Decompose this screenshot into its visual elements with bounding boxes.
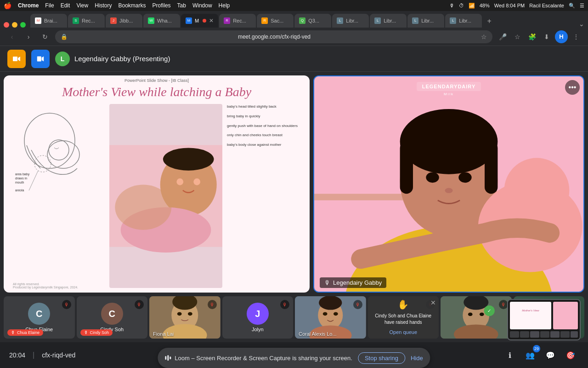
meet-time-display: 20:04 [9, 351, 25, 359]
download-button[interactable]: ⬇ [540, 30, 553, 43]
thumbnail-content: Mother's View [508, 300, 580, 339]
svg-rect-61 [571, 331, 578, 338]
hide-bar-button[interactable]: Hide [411, 355, 423, 362]
meet-header: L Legendairy Gabby (Presenting) [0, 46, 588, 72]
chrome-extension-button[interactable]: 🧩 [526, 30, 538, 43]
svg-rect-25 [485, 142, 498, 194]
svg-point-26 [426, 172, 439, 183]
tab-jibbr[interactable]: J Jibb... [106, 14, 142, 28]
svg-point-15 [193, 178, 200, 185]
menubar-view[interactable]: View [76, 2, 88, 9]
mic-status-icon: 🎙 [449, 3, 454, 8]
raised-hand-banner: ✋ Cindy Soh and Chua Elaine have raised … [368, 296, 439, 339]
slide-notes: baby's head tilted slightly back bring b… [227, 104, 300, 288]
control-center-icon[interactable]: ☰ [580, 3, 584, 9]
tab-q3[interactable]: Q Q3... [294, 14, 331, 28]
tab-favicon-lib2: L [374, 17, 381, 24]
svg-rect-59 [550, 331, 560, 338]
tab-favicon-rec: R [224, 17, 230, 24]
tab-lib2[interactable]: L Libr... [370, 14, 407, 28]
slide-photo [109, 104, 222, 288]
new-tab-button[interactable]: + [483, 15, 496, 28]
reload-button[interactable]: ↻ [39, 30, 51, 43]
menubar-tab[interactable]: Tab [177, 2, 186, 9]
svg-rect-54 [553, 302, 578, 329]
meeting-info-button[interactable]: ℹ [502, 347, 518, 363]
tab-meet[interactable]: M M ✕ [181, 14, 218, 28]
bookmark-star-button[interactable]: ☆ [511, 30, 524, 43]
menubar-bookmarks[interactable]: Bookmarks [119, 2, 146, 9]
participant-name-coral-alexis: Coral Alexis Lo... [297, 331, 339, 337]
loom-bar-3 [170, 356, 171, 359]
tab-favicon-whatsapp: W [148, 17, 154, 24]
dismiss-notification-button[interactable]: ✕ [430, 299, 436, 306]
tab-lib1[interactable]: L Libr... [332, 14, 369, 28]
menubar-file[interactable]: File [45, 2, 54, 9]
meet-icon-btn1[interactable] [7, 50, 26, 68]
bookmark-icon[interactable]: ☆ [481, 33, 487, 40]
menubar-profiles[interactable]: Profiles [153, 2, 171, 9]
participant-mic-icon-coral-alexis: 🎙 [353, 300, 362, 309]
meet-app: L Legendairy Gabby (Presenting) PowerPoi… [0, 46, 588, 368]
stop-sharing-button[interactable]: Stop sharing [358, 352, 405, 364]
participant-mic-icon-fiona-lai: 🎙 [208, 300, 217, 309]
svg-rect-1 [37, 56, 41, 61]
tab-favicon-lib1: L [337, 17, 343, 24]
svg-text:draws in: draws in [15, 177, 27, 180]
svg-point-14 [176, 178, 183, 185]
chat-button[interactable]: 💬 [542, 347, 559, 363]
tab-label-rec: Rec... [233, 18, 246, 23]
forward-button[interactable]: › [22, 30, 35, 43]
participant-tile-coral-alexis: 🎙 Coral Alexis Lo... [295, 296, 366, 339]
meet-main: PowerPoint Slide Show - [IB Class] Mothe… [0, 72, 588, 296]
minimize-window-button[interactable] [12, 22, 17, 28]
tab-lib3[interactable]: L Libr... [407, 14, 444, 28]
back-button[interactable]: ‹ [6, 30, 18, 43]
url-display[interactable]: meet.google.com/cfx-riqd-ved [71, 34, 477, 40]
tab-lib4[interactable]: L Libr... [445, 14, 482, 28]
chrome-menu-button[interactable]: ⋮ [570, 30, 582, 43]
close-window-button[interactable] [4, 22, 9, 28]
tab-rec[interactable]: R Rec... [219, 14, 256, 28]
tab-favicon-gmail: M [35, 17, 41, 24]
slide-diagram: area baby draws in mouth areola [13, 104, 105, 288]
participant-mic-icon-cindy-soh: 🎙 [135, 300, 144, 309]
loom-bars-icon [165, 355, 171, 361]
profile-button[interactable]: H [555, 30, 568, 43]
open-queue-button[interactable]: Open queue [387, 328, 419, 336]
tab-gmail[interactable]: M Brai... [30, 14, 67, 28]
address-bar[interactable]: 🔒 meet.google.com/cfx-riqd-ved ☆ [55, 30, 492, 43]
apple-logo-icon[interactable]: 🍎 [4, 2, 11, 9]
menubar-history[interactable]: History [95, 2, 112, 9]
fullscreen-window-button[interactable] [20, 22, 26, 28]
svg-point-46 [468, 312, 473, 316]
presentation-area: PowerPoint Slide Show - [IB Class] Mothe… [4, 75, 310, 293]
voice-search-button[interactable]: 🎤 [496, 30, 509, 43]
activities-button[interactable]: 🎯 [562, 347, 579, 363]
menubar-help[interactable]: Help [219, 2, 230, 9]
tab-close-button[interactable]: ✕ [209, 17, 214, 24]
svg-point-35 [188, 312, 192, 316]
svg-rect-56 [520, 331, 529, 338]
slide-note-2: bring baby in quickly [227, 114, 300, 120]
menubar-edit[interactable]: Edit [61, 2, 70, 9]
participants-strip: 🎙 C Chua Elaine 🎙Chua Elaine 🎙 C Cindy S… [0, 296, 588, 342]
search-icon[interactable]: 🔍 [569, 3, 575, 9]
participants-count-badge: 29 [533, 345, 540, 352]
svg-point-47 [480, 312, 484, 316]
user-name[interactable]: Racil Escalante [529, 3, 564, 8]
tab-whatsapp[interactable]: W Wha... [143, 14, 180, 28]
tab-label-whatsapp: Wha... [157, 18, 172, 23]
more-options-button[interactable]: ••• [565, 80, 580, 95]
recording-indicator [203, 19, 206, 23]
tab-sac[interactable]: R Sac... [257, 14, 294, 28]
menubar-left: 🍎 Chrome File Edit View History Bookmark… [4, 2, 230, 9]
datetime: Wed 8:04 PM [494, 3, 525, 8]
svg-line-10 [29, 171, 38, 190]
menubar-window[interactable]: Window [192, 2, 212, 9]
tab-sheets[interactable]: S Rec... [68, 14, 105, 28]
menubar-app[interactable]: Chrome [18, 2, 39, 9]
meet-icon-btn2[interactable] [31, 50, 50, 68]
tab-strip-expand[interactable]: ⌄ [579, 20, 584, 28]
screen-thumbnail-preview: Mother's View [507, 299, 581, 340]
